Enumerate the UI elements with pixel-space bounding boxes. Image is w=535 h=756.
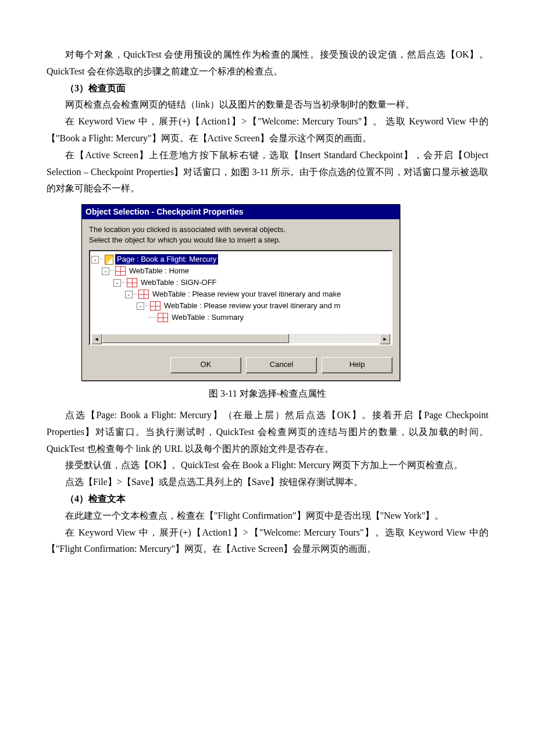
tree-label: WebTable : Summary bbox=[170, 312, 245, 323]
expander-icon[interactable]: - bbox=[91, 256, 99, 263]
expander-icon[interactable]: - bbox=[102, 268, 109, 275]
tree-label: WebTable : Please review your travel iti… bbox=[162, 301, 342, 311]
tree-connector bbox=[134, 294, 137, 295]
tree-node-webtable-itinerary-2[interactable]: - WebTable : Please review your travel i… bbox=[91, 300, 390, 312]
tree-label: WebTable : SIGN-OFF bbox=[139, 277, 219, 288]
dialog-button-row: OK Cancel Help bbox=[82, 351, 400, 380]
paragraph-1: 对每个对象，QuickTest 会使用预设的属性作为检查的属性。接受预设的设定值… bbox=[47, 47, 488, 80]
webtable-icon bbox=[158, 313, 168, 322]
tree-connector bbox=[145, 305, 149, 306]
expander-icon[interactable]: - bbox=[125, 291, 133, 298]
paragraph-8a: 在此建立一个文本检查点，检查在【"Flight Confirmation"】网页… bbox=[47, 508, 488, 525]
webtable-icon bbox=[115, 266, 126, 276]
paragraph-7: 点选【File】>【Save】或是点选工具列上的【Save】按钮保存测试脚本。 bbox=[47, 474, 488, 491]
dialog-figure: Object Selection - Checkpoint Properties… bbox=[81, 204, 488, 381]
cancel-button[interactable]: Cancel bbox=[246, 357, 317, 373]
tree-node-webtable-home[interactable]: - WebTable : Home bbox=[91, 265, 390, 277]
paragraph-4: 在【Active Screen】上任意地方按下鼠标右键，选取【Insert St… bbox=[47, 147, 488, 197]
expander-icon[interactable]: - bbox=[137, 302, 144, 310]
tree-node-webtable-itinerary-1[interactable]: - WebTable : Please review your travel i… bbox=[91, 288, 390, 300]
tree-node-webtable-signoff[interactable]: - WebTable : SIGN-OFF bbox=[91, 277, 390, 288]
tree-connector bbox=[100, 259, 104, 260]
object-selection-dialog: Object Selection - Checkpoint Properties… bbox=[81, 204, 400, 381]
dialog-instruction-2: Select the object for which you would li… bbox=[89, 236, 393, 245]
tree-label: WebTable : Please review your travel iti… bbox=[151, 289, 343, 299]
dialog-instruction-1: The location you clicked is associated w… bbox=[89, 225, 393, 234]
tree-label: Page : Book a Flight: Mercury bbox=[115, 254, 218, 265]
webtable-icon bbox=[127, 278, 137, 287]
scrollbar-thumb[interactable] bbox=[102, 334, 289, 343]
paragraph-9: 在 Keyword View 中，展开(+)【Action1】>【"Welcom… bbox=[47, 525, 488, 558]
tree-connector bbox=[148, 317, 156, 318]
ok-button[interactable]: OK bbox=[170, 357, 241, 373]
tree-node-page[interactable]: - Page : Book a Flight: Mercury bbox=[91, 254, 390, 265]
help-button[interactable]: Help bbox=[322, 357, 393, 373]
tree-connector bbox=[110, 270, 114, 272]
paragraph-5: 点选【Page: Book a Flight: Mercury】（在最上层）然后… bbox=[47, 407, 488, 457]
paragraph-6: 接受默认值，点选【OK】。QuickTest 会在 Book a Flight:… bbox=[47, 457, 488, 474]
object-tree[interactable]: - Page : Book a Flight: Mercury - WebTab… bbox=[89, 250, 393, 345]
paragraph-3: 在 Keyword View 中，展开(+)【Action1】>【"Welcom… bbox=[47, 113, 488, 147]
tree-connector bbox=[122, 282, 126, 283]
paragraph-2: 网页检查点会检查网页的链结（link）以及图片的数量是否与当初录制时的数量一样。 bbox=[47, 97, 488, 113]
webtable-icon bbox=[150, 301, 160, 311]
webtable-icon bbox=[138, 290, 149, 299]
page-icon bbox=[105, 255, 113, 265]
scroll-right-icon[interactable]: ► bbox=[380, 334, 390, 344]
heading-3: （3）检查页面 bbox=[47, 80, 488, 97]
horizontal-scrollbar[interactable]: ◄ ► bbox=[91, 333, 390, 343]
heading-4: （4）检查文本 bbox=[47, 491, 488, 508]
tree-node-webtable-summary[interactable]: WebTable : Summary bbox=[91, 312, 390, 323]
tree-label: WebTable : Home bbox=[127, 266, 191, 276]
figure-caption: 图 3-11 对象选择-检查点属性 bbox=[47, 386, 488, 402]
expander-icon[interactable]: - bbox=[113, 279, 121, 287]
scrollbar-track[interactable] bbox=[102, 334, 380, 343]
dialog-titlebar: Object Selection - Checkpoint Properties bbox=[82, 205, 400, 219]
scroll-left-icon[interactable]: ◄ bbox=[91, 334, 102, 344]
